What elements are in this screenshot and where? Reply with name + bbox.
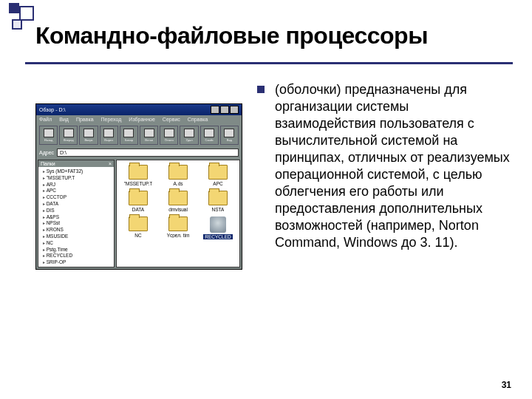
- file-item[interactable]: Yсрел. tim: [160, 216, 196, 239]
- explorer-window: Обзор - D:\ ФайлВидПравкаПереходИзбранно…: [35, 103, 242, 270]
- tree-item[interactable]: KRONS: [43, 227, 112, 233]
- address-label: Адрес: [39, 150, 54, 155]
- file-item[interactable]: dmvisual: [160, 191, 196, 212]
- toolbar-button[interactable]: Вверх: [79, 126, 98, 145]
- menu-item[interactable]: Вид: [59, 117, 69, 122]
- recycle-bin-icon: [210, 216, 226, 233]
- tree-item[interactable]: "MSSETUP.T: [43, 175, 112, 182]
- tree-item[interactable]: MSUSIDE: [43, 233, 112, 240]
- file-item[interactable]: A.ds: [160, 165, 196, 186]
- title-underline: [25, 62, 513, 64]
- menu-item[interactable]: Сервис: [163, 117, 180, 122]
- folder-icon: [129, 165, 148, 180]
- toolbar-icon: [103, 129, 114, 137]
- file-label: Yсрел. tim: [167, 233, 190, 238]
- menu-bar: ФайлВидПравкаПереходИзбранноеСервисСправ…: [36, 115, 242, 123]
- tree-item[interactable]: TEMP: [43, 266, 112, 267]
- folder-icon: [168, 216, 188, 231]
- toolbar-icon: [164, 129, 174, 137]
- file-item[interactable]: NSTA: [200, 191, 236, 212]
- tree-item[interactable]: CCCTOP: [43, 194, 112, 201]
- toolbar-button[interactable]: Свойс: [200, 126, 219, 145]
- toolbar-icon: [123, 129, 134, 137]
- folder-icon: [208, 165, 228, 180]
- toolbar-icon: [64, 129, 74, 137]
- folder-tree[interactable]: Папки × Sys (MD+FAT32)"MSSETUP.TARJAPCCC…: [38, 160, 115, 267]
- file-label: A.ds: [173, 181, 183, 186]
- toolbar-label: Вид: [227, 138, 232, 142]
- toolbar-button[interactable]: Отмен: [160, 126, 178, 145]
- toolbar-label: Вперед: [64, 138, 74, 142]
- toolbar-icon: [204, 129, 214, 137]
- file-label: NSTA: [212, 207, 225, 212]
- tree-item[interactable]: NPSst: [43, 220, 112, 227]
- tree-item[interactable]: NC: [43, 240, 112, 247]
- close-icon[interactable]: [230, 106, 239, 114]
- page-number: 31: [502, 380, 511, 390]
- tree-close-icon[interactable]: ×: [109, 161, 112, 166]
- menu-item[interactable]: Справка: [188, 117, 208, 122]
- toolbar-button[interactable]: Вид: [220, 126, 239, 145]
- maximize-icon[interactable]: [220, 106, 229, 114]
- menu-item[interactable]: Избранное: [129, 117, 154, 122]
- file-item[interactable]: RECYCLED: [200, 216, 236, 239]
- file-item[interactable]: DATA: [120, 191, 156, 212]
- slide-title: Командно-файловые процессоры: [35, 22, 428, 50]
- menu-item[interactable]: Переход: [101, 117, 122, 122]
- folder-icon: [168, 191, 188, 205]
- file-label: "MSSETUP.T: [124, 181, 153, 186]
- file-label: DATA: [132, 207, 144, 212]
- panes: Папки × Sys (MD+FAT32)"MSSETUP.TARJAPCCC…: [36, 158, 242, 269]
- content-row: Обзор - D:\ ФайлВидПравкаПереходИзбранно…: [35, 81, 510, 369]
- folder-icon: [129, 216, 148, 231]
- address-input[interactable]: D:\: [57, 149, 239, 157]
- file-pane[interactable]: "MSSETUP.TA.dsAPCDATAdmvisualNSTANCYсрел…: [116, 160, 240, 267]
- toolbar-icon: [83, 129, 94, 137]
- menu-item[interactable]: Правка: [76, 117, 94, 122]
- toolbar-label: Вверх: [84, 138, 92, 142]
- file-label: RECYCLED: [203, 234, 232, 239]
- window-controls: [211, 106, 239, 114]
- tree-item[interactable]: Pstg.Time: [43, 247, 112, 253]
- bullet-icon: [257, 86, 265, 93]
- toolbar-icon: [224, 129, 234, 137]
- toolbar-label: Отмен: [165, 138, 174, 142]
- tree-item[interactable]: SRIP-OP: [43, 259, 112, 266]
- file-label: dmvisual: [168, 207, 188, 212]
- screenshot-column: Обзор - D:\ ФайлВидПравкаПереходИзбранно…: [35, 81, 242, 369]
- tree-item[interactable]: A&PS: [43, 214, 112, 221]
- tree-item[interactable]: DATA: [43, 201, 112, 208]
- toolbar-button[interactable]: Копир: [120, 126, 138, 145]
- toolbar-label: Удал: [185, 138, 192, 142]
- file-item[interactable]: "MSSETUP.T: [120, 165, 156, 186]
- tree-item[interactable]: Sys (MD+FAT32): [43, 168, 112, 175]
- menu-item[interactable]: Файл: [39, 117, 52, 122]
- tree-item[interactable]: ARJ: [43, 182, 112, 188]
- window-titlebar: Обзор - D:\: [36, 104, 242, 115]
- toolbar-button[interactable]: Назад: [39, 126, 58, 145]
- toolbar-label: Копир: [125, 138, 133, 142]
- toolbar-label: Назад: [44, 138, 52, 142]
- address-bar: Адрес D:\: [36, 147, 242, 158]
- toolbar-button[interactable]: Вперед: [59, 126, 78, 145]
- toolbar-icon: [44, 129, 54, 137]
- tree-header: Папки: [41, 161, 55, 166]
- folder-icon: [208, 191, 228, 205]
- toolbar-button[interactable]: Удал: [180, 126, 198, 145]
- text-column: (оболочки) предназначены для организации…: [257, 81, 510, 369]
- tree-item[interactable]: RECYCLED: [43, 253, 112, 259]
- toolbar-icon: [184, 129, 194, 137]
- toolbar-label: Вырез: [104, 138, 113, 142]
- file-label: NC: [134, 233, 141, 238]
- file-item[interactable]: APC: [200, 165, 236, 186]
- body-text: (оболочки) предназначены для организации…: [275, 81, 510, 369]
- minimize-icon[interactable]: [211, 106, 219, 114]
- folder-icon: [168, 165, 188, 180]
- file-item[interactable]: NC: [120, 216, 156, 239]
- toolbar-button[interactable]: Встав: [140, 126, 158, 145]
- tree-item[interactable]: DIS: [43, 208, 112, 214]
- toolbar-icon: [144, 129, 154, 137]
- window-title-text: Обзор - D:\: [39, 107, 65, 112]
- toolbar-button[interactable]: Вырез: [100, 126, 118, 145]
- tree-item[interactable]: APC: [43, 188, 112, 194]
